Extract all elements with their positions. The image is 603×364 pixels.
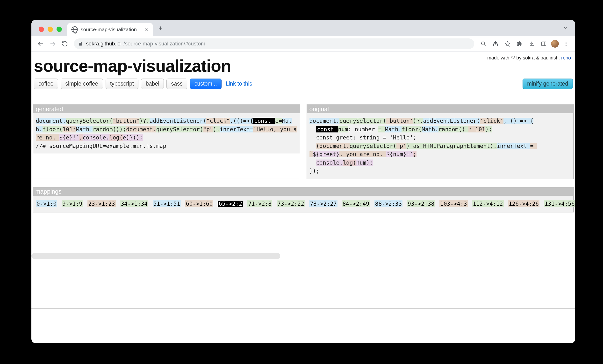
maximize-window-icon[interactable]	[57, 27, 62, 32]
new-tab-button[interactable]: +	[158, 24, 162, 32]
mapping-entry[interactable]: 71->2:8	[247, 200, 272, 207]
svg-point-2	[481, 42, 485, 45]
extensions-icon[interactable]	[515, 39, 524, 48]
svg-point-10	[566, 43, 567, 44]
share-icon[interactable]	[491, 39, 500, 48]
divider	[31, 308, 575, 309]
page-content: made with ♡ by sokra & paulirish. repo s…	[31, 51, 575, 343]
back-button[interactable]	[36, 39, 46, 48]
forward-button[interactable]	[48, 39, 58, 48]
minify-generated-button[interactable]: minify generated	[522, 79, 573, 89]
svg-rect-7	[542, 42, 546, 46]
mapping-entry[interactable]: 93->2:38	[407, 200, 435, 207]
original-code[interactable]: document.querySelector('button')?.addEve…	[307, 113, 574, 179]
tab-strip: source-map-visualization × +	[31, 20, 575, 36]
mapping-entry[interactable]: 84->2:49	[342, 200, 370, 207]
tab-babel[interactable]: babel	[141, 79, 164, 89]
bookmark-star-icon[interactable]	[503, 39, 512, 48]
generated-panel: generated document.querySelector("button…	[33, 105, 300, 179]
svg-point-9	[566, 42, 567, 43]
credit-line: made with ♡ by sokra & paulirish. repo	[487, 55, 571, 61]
search-icon[interactable]	[479, 39, 488, 48]
menu-icon[interactable]	[561, 39, 571, 48]
mapping-entry[interactable]: 51->1:51	[153, 200, 181, 207]
lock-icon	[78, 41, 83, 46]
tab-simple-coffee[interactable]: simple-coffee	[61, 79, 103, 89]
svg-line-3	[484, 45, 486, 46]
sidepanel-icon[interactable]	[539, 39, 549, 48]
minimize-window-icon[interactable]	[47, 27, 53, 32]
original-panel: original document.querySelector('button'…	[307, 105, 574, 179]
mappings-panel: mappings 0->1:09->1:923->1:2334->1:3451-…	[33, 187, 574, 213]
generated-code[interactable]: document.querySelector("button")?.addEve…	[33, 113, 300, 153]
tab-title: source-map-visualization	[81, 27, 137, 32]
address-bar[interactable]: sokra.github.io/source-map-visualization…	[74, 38, 474, 49]
mapping-entry[interactable]: 131->4:56	[544, 200, 575, 207]
reload-button[interactable]	[60, 39, 70, 48]
url-host: sokra.github.io	[86, 41, 121, 47]
credit-authors: by sokra & paulirish.	[515, 55, 561, 60]
tab-custom[interactable]: custom...	[190, 79, 221, 89]
generated-header: generated	[33, 105, 300, 113]
close-tab-icon[interactable]: ×	[145, 26, 149, 33]
mapping-entry[interactable]: 126->4:26	[508, 200, 540, 207]
mapping-entry[interactable]: 0->1:0	[36, 200, 57, 207]
mapping-entry[interactable]: 9->1:9	[62, 200, 83, 207]
svg-marker-5	[505, 41, 510, 46]
horizontal-scrollbar[interactable]	[31, 253, 280, 259]
downloads-icon[interactable]	[527, 39, 537, 48]
globe-icon	[71, 26, 78, 33]
mappings-body[interactable]: 0->1:09->1:923->1:2334->1:3451->1:5160->…	[33, 196, 574, 213]
repo-link[interactable]: repo	[561, 55, 571, 60]
browser-toolbar: sokra.github.io/source-map-visualization…	[31, 36, 575, 51]
tabs-dropdown-icon[interactable]	[563, 25, 568, 30]
mapping-entry[interactable]: 88->2:33	[374, 200, 403, 207]
credit-prefix: made with	[487, 55, 511, 60]
window-controls	[39, 27, 62, 32]
mappings-header: mappings	[33, 187, 574, 196]
tab-coffee[interactable]: coffee	[34, 79, 58, 89]
close-window-icon[interactable]	[39, 27, 44, 32]
mapping-entry[interactable]: 78->2:27	[309, 200, 337, 207]
tab-sass[interactable]: sass	[166, 79, 187, 89]
link-to-this[interactable]: Link to this	[226, 81, 252, 87]
heart-icon: ♡	[511, 55, 515, 60]
mapping-entry[interactable]: 112->4:12	[472, 200, 504, 207]
mapping-entry[interactable]: 23->1:23	[87, 200, 116, 207]
mapping-entry[interactable]: 34->1:34	[120, 200, 148, 207]
mapping-entry[interactable]: 65->2:2	[218, 201, 243, 207]
tab-typescript[interactable]: typescript	[105, 79, 139, 89]
mapping-entry[interactable]: 73->2:22	[277, 200, 305, 207]
browser-window: source-map-visualization × +	[31, 20, 575, 343]
browser-tab[interactable]: source-map-visualization ×	[67, 23, 153, 36]
svg-point-11	[566, 45, 567, 46]
preset-row: coffee simple-coffee typescript babel sa…	[31, 77, 575, 90]
mapping-entry[interactable]: 103->4:3	[440, 200, 468, 207]
profile-avatar[interactable]	[551, 40, 559, 48]
original-header: original	[307, 105, 574, 113]
mapping-entry[interactable]: 60->1:60	[185, 200, 214, 207]
url-path: /source-map-visualization/#custom	[123, 41, 205, 47]
